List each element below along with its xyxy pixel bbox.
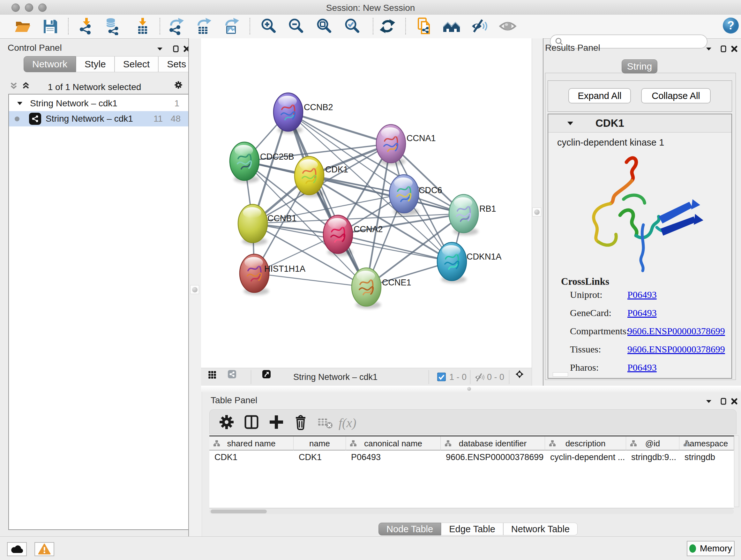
import-network-from-file-button[interactable] (77, 17, 96, 36)
toolbar-separator (373, 18, 374, 35)
open-in-new-window-button[interactable] (262, 370, 271, 379)
function-builder-button[interactable]: f(x) (339, 415, 356, 430)
column-header-description[interactable]: description (545, 436, 626, 450)
birdseye-grid-button[interactable] (208, 371, 216, 380)
crosslink-link[interactable]: P06493 (627, 362, 657, 373)
show-results-button[interactable] (498, 17, 517, 36)
table-panel-float-button[interactable] (719, 397, 728, 407)
control-panel-collapse-button[interactable] (156, 45, 164, 54)
tab-node-table[interactable]: Node Table (379, 523, 441, 536)
network-node-hist1h1a[interactable] (240, 254, 269, 295)
network-options-gear-button[interactable] (174, 81, 183, 90)
left-splitter-handle[interactable] (190, 285, 199, 294)
zoom-in-button[interactable] (259, 17, 278, 36)
memory-button[interactable]: Memory (687, 541, 735, 556)
home-button[interactable] (442, 17, 461, 36)
network-node-cdc6[interactable] (389, 175, 419, 215)
collapse-all-button[interactable]: Collapse All (641, 88, 711, 104)
share-icon (228, 370, 236, 378)
table-row[interactable]: CDK1CDK1P064939606.ENSP00000378699cyclin… (209, 450, 734, 464)
table-cell[interactable]: P06493 (346, 450, 441, 464)
refresh-view-button[interactable] (378, 17, 397, 36)
zoom-fit-button[interactable] (315, 17, 333, 36)
results-panel-collapse-button[interactable] (704, 45, 713, 54)
table-options-gear-button[interactable] (218, 414, 235, 432)
table-cell[interactable]: CDK1 (293, 450, 346, 464)
results-entry-header[interactable]: CDK1 (548, 114, 731, 132)
tab-select[interactable]: Select (115, 56, 158, 72)
open-session-button[interactable] (13, 17, 32, 36)
network-node-cdc25b[interactable] (230, 142, 259, 183)
clipboard-share-button[interactable] (415, 17, 433, 36)
results-panel-float-button[interactable] (719, 45, 728, 54)
crosslink-link[interactable]: 9606.ENSP00000378699 (627, 326, 725, 336)
tab-network-table[interactable]: Network Table (503, 523, 578, 536)
network-label: String Network – cdk1 (46, 114, 133, 124)
network-node-ccna2[interactable] (323, 215, 353, 256)
table-hscroll-thumb[interactable] (211, 509, 267, 513)
warning-status-button[interactable] (35, 542, 54, 556)
network-type-button[interactable] (228, 370, 236, 379)
control-panel-float-button[interactable] (172, 45, 180, 54)
horizontal-splitter[interactable] (201, 386, 741, 392)
horizontal-splitter-handle[interactable] (467, 387, 471, 391)
crosslink-row: Tissues:9606.ENSP00000378699 (548, 344, 731, 362)
tab-network[interactable]: Network (23, 56, 76, 72)
column-header-canonical-name[interactable]: canonical name (346, 436, 441, 450)
delete-column-button[interactable] (292, 414, 309, 432)
network-node-ccnb2[interactable] (273, 93, 303, 134)
table-vertical-scrollbar[interactable] (734, 435, 739, 507)
hidden-count: 0 - 0 (487, 372, 504, 382)
crosslink-link[interactable]: P06493 (627, 289, 657, 300)
help-button[interactable]: ? (722, 17, 740, 35)
table-horizontal-scrollbar[interactable] (209, 509, 734, 514)
table-cell[interactable]: stringdb (679, 450, 734, 464)
zoom-selected-button[interactable] (343, 17, 361, 36)
fit-selected-crosshair-button[interactable] (515, 370, 524, 379)
network-collection-row[interactable]: String Network – cdk1 1 (9, 96, 188, 111)
export-network-button[interactable] (167, 17, 185, 36)
tab-edge-table[interactable]: Edge Table (441, 523, 503, 536)
tab-string[interactable]: String (622, 59, 657, 73)
network-node-ccnb1[interactable] (238, 204, 267, 245)
crosslink-link[interactable]: 9606.ENSP00000378699 (627, 344, 725, 355)
table-panel-close-button[interactable] (730, 397, 738, 407)
import-table-from-file-button[interactable] (133, 17, 152, 36)
table-cell[interactable]: cyclin-dependent ... (545, 450, 626, 464)
column-header-name[interactable]: name (293, 436, 346, 450)
tab-style[interactable]: Style (76, 56, 115, 72)
column-header-shared-name[interactable]: shared name (209, 436, 293, 450)
delete-table-button[interactable] (316, 414, 333, 432)
save-session-button[interactable] (41, 17, 59, 36)
table-panel-collapse-button[interactable] (704, 397, 713, 407)
network-node-cdk1[interactable] (294, 157, 324, 197)
cloud-status-button[interactable] (7, 542, 27, 556)
table-cell[interactable]: CDK1 (209, 450, 293, 464)
table-cell[interactable]: stringdb:9... (626, 450, 679, 464)
export-image-button[interactable] (222, 17, 241, 36)
expand-all-button[interactable]: Expand All (568, 88, 631, 104)
column-header-namespace[interactable]: namespace (679, 436, 734, 450)
results-panel-close-button[interactable] (730, 45, 738, 54)
zoom-out-button[interactable] (286, 17, 305, 36)
node-label: HIST1H1A (264, 264, 306, 273)
crosslink-link[interactable]: P06493 (627, 307, 657, 318)
hide-results-button[interactable] (470, 17, 488, 36)
network-node-cdkn1a[interactable] (437, 242, 467, 283)
column-header-database-identifier[interactable]: database identifier (441, 436, 545, 450)
network-row-selected[interactable]: String Network – cdk1 11 48 (9, 111, 188, 126)
network-node-ccne1[interactable] (352, 268, 381, 309)
column-header--id[interactable]: @id (626, 436, 679, 450)
create-column-button[interactable] (268, 414, 285, 432)
network-node-rb1[interactable] (449, 194, 478, 235)
import-network-from-database-button[interactable] (104, 17, 123, 36)
export-table-button[interactable] (194, 17, 213, 36)
network-node-ccna1[interactable] (376, 125, 406, 165)
right-splitter-handle[interactable] (532, 207, 541, 216)
column-header-label: database identifier (459, 439, 527, 449)
results-hscroll-thumb[interactable] (553, 372, 568, 377)
selected-checkbox[interactable] (437, 373, 446, 382)
table-cell[interactable]: 9606.ENSP00000378699 (441, 450, 545, 464)
network-canvas[interactable]: CCNB2CCNA1CDC25BCDK1CDC6RB1CCNB1CCNA2CDK… (201, 38, 532, 368)
show-column-button[interactable] (243, 414, 260, 432)
